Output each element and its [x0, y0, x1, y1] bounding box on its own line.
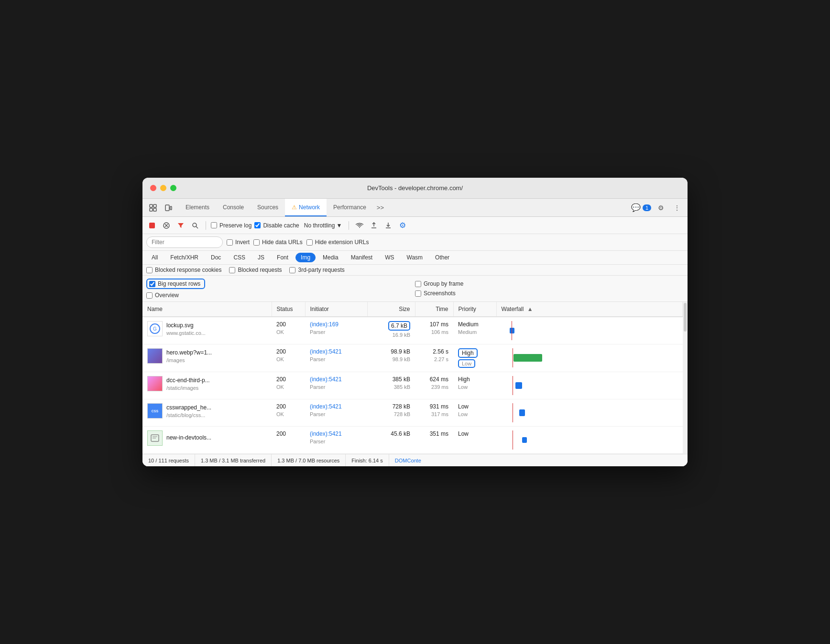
name-with-thumb: CSS csswrapped_he... /static/blog/css... — [147, 403, 267, 419]
thumbnail: CSS — [147, 403, 163, 419]
settings-bar: Big request rows Overview Group by frame — [142, 276, 688, 302]
table-row[interactable]: dcc-end-third-p... /static/images 200 OK — [142, 372, 683, 399]
type-btn-fetch-xhr[interactable]: Fetch/XHR — [165, 253, 204, 262]
svg-rect-6 — [149, 223, 155, 228]
minimize-button[interactable] — [160, 185, 166, 191]
name-text-group: dcc-end-third-p... /static/images — [166, 377, 210, 391]
blocked-requests-input[interactable] — [229, 267, 235, 273]
type-btn-doc[interactable]: Doc — [206, 253, 226, 262]
devtools-body: Elements Console Sources ⚠ Network Perfo… — [142, 199, 688, 466]
type-btn-css[interactable]: CSS — [228, 253, 251, 262]
col-header-priority[interactable]: Priority — [453, 302, 496, 317]
initiator-link[interactable]: (index):5421 — [310, 403, 342, 410]
col-header-time[interactable]: Time — [415, 302, 453, 317]
network-settings-btn[interactable]: ⚙ — [397, 220, 408, 231]
overview-checkbox[interactable]: Overview — [146, 292, 179, 299]
tab-network[interactable]: ⚠ Network — [285, 199, 327, 216]
group-by-frame-input[interactable] — [415, 281, 421, 287]
hide-extension-urls-input[interactable] — [306, 239, 313, 246]
scrollbar-track[interactable] — [683, 302, 688, 454]
settings-btn[interactable]: ⚙ — [654, 201, 667, 215]
more-tools-btn[interactable]: ⋮ — [670, 201, 684, 215]
tab-elements[interactable]: Elements — [179, 199, 216, 216]
type-btn-img[interactable]: Img — [295, 253, 316, 262]
third-party-requests-checkbox[interactable]: 3rd-party requests — [289, 267, 344, 273]
initiator-link[interactable]: (index):169 — [310, 321, 339, 328]
type-btn-all[interactable]: All — [146, 253, 163, 262]
blocked-response-cookies-input[interactable] — [146, 267, 153, 273]
table-row[interactable]: hero.webp?w=1... /images 200 OK — [142, 344, 683, 372]
throttle-select[interactable]: No throttling ▼ — [302, 221, 344, 230]
filter-toggle-btn[interactable] — [175, 220, 186, 231]
disable-cache-input[interactable] — [254, 222, 261, 228]
clear-btn[interactable] — [161, 220, 172, 231]
overview-input[interactable] — [146, 292, 153, 299]
svg-rect-1 — [153, 204, 156, 207]
col-header-waterfall[interactable]: Waterfall ▲ — [496, 302, 683, 317]
resource-url: /images — [166, 357, 212, 363]
traffic-lights — [150, 185, 176, 191]
col-header-initiator[interactable]: Initiator — [305, 302, 367, 317]
screenshots-checkbox[interactable]: Screenshots — [415, 290, 456, 297]
tab-more-btn[interactable]: >> — [373, 204, 388, 211]
group-by-frame-checkbox[interactable]: Group by frame — [415, 280, 463, 287]
col-header-size[interactable]: Size — [367, 302, 415, 317]
table-row[interactable]: CSS csswrapped_he... /static/blog/css...… — [142, 399, 683, 427]
status-cell: 200 OK — [272, 317, 305, 344]
inspector-icon-btn[interactable] — [146, 201, 160, 215]
status-cell: 200 OK — [272, 344, 305, 372]
size-cell: 45.6 kB — [367, 427, 415, 454]
search-btn[interactable] — [189, 220, 201, 231]
svg-thumb: G — [148, 322, 162, 335]
type-btn-other[interactable]: Other — [430, 253, 455, 262]
screenshots-input[interactable] — [415, 290, 421, 297]
tab-sources[interactable]: Sources — [251, 199, 285, 216]
waterfall-cell — [496, 344, 683, 372]
export-btn[interactable] — [382, 220, 394, 231]
col-header-status[interactable]: Status — [272, 302, 305, 317]
big-request-rows-checkbox[interactable]: Big request rows — [146, 279, 205, 289]
type-btn-media[interactable]: Media — [317, 253, 344, 262]
initiator-link[interactable]: (index):5421 — [310, 376, 342, 383]
type-btn-wasm[interactable]: Wasm — [402, 253, 428, 262]
close-button[interactable] — [150, 185, 156, 191]
third-party-requests-input[interactable] — [289, 267, 295, 273]
type-btn-manifest[interactable]: Manifest — [346, 253, 378, 262]
hide-extension-urls-checkbox[interactable]: Hide extension URLs — [306, 239, 369, 246]
initiator-cell: (index):5421 Parser — [305, 344, 367, 372]
initiator-link[interactable]: (index):5421 — [310, 348, 342, 355]
invert-checkbox[interactable]: Invert — [227, 239, 250, 246]
blocked-response-cookies-checkbox[interactable]: Blocked response cookies — [146, 267, 221, 273]
preserve-log-checkbox[interactable]: Preserve log — [211, 222, 251, 229]
big-request-rows-input[interactable] — [149, 281, 155, 287]
type-btn-font[interactable]: Font — [272, 253, 294, 262]
table-row[interactable]: G lockup.svg www.gstatic.co... — [142, 317, 683, 344]
issues-badge[interactable]: 💬 1 — [631, 203, 651, 212]
toolbar-divider-1 — [206, 221, 206, 230]
waterfall-redline — [513, 376, 513, 395]
hide-data-urls-input[interactable] — [253, 239, 260, 246]
table-row[interactable]: new-in-devtools... 200 — [142, 427, 683, 454]
import-btn[interactable] — [368, 220, 380, 231]
record-btn[interactable] — [146, 220, 158, 231]
blocked-requests-checkbox[interactable]: Blocked requests — [229, 267, 282, 273]
tab-performance[interactable]: Performance — [327, 199, 373, 216]
disable-cache-checkbox[interactable]: Disable cache — [254, 222, 299, 229]
type-btn-ws[interactable]: WS — [380, 253, 399, 262]
invert-input[interactable] — [227, 239, 233, 246]
col-header-name[interactable]: Name — [142, 302, 272, 317]
hide-data-urls-checkbox[interactable]: Hide data URLs — [253, 239, 303, 246]
tab-console[interactable]: Console — [216, 199, 251, 216]
preserve-log-input[interactable] — [211, 222, 217, 228]
maximize-button[interactable] — [170, 185, 176, 191]
wifi-icon-btn[interactable] — [354, 220, 365, 231]
type-btn-js[interactable]: JS — [252, 253, 270, 262]
initiator-link[interactable]: (index):5421 — [310, 430, 342, 437]
scrollbar-thumb[interactable] — [684, 303, 687, 332]
initiator-cell: (index):5421 Parser — [305, 372, 367, 399]
time-cell: 107 ms 106 ms — [415, 317, 453, 344]
priority-cell: High Low — [453, 372, 496, 399]
filter-input[interactable] — [146, 236, 223, 248]
device-icon — [164, 204, 172, 212]
device-toolbar-btn[interactable] — [162, 201, 175, 215]
